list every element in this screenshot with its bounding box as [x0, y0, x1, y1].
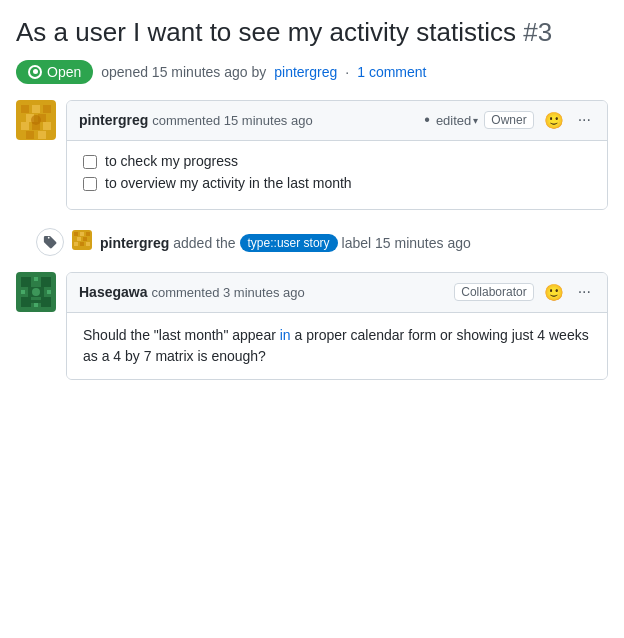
meta-separator: · [345, 64, 349, 80]
label-badge: type::user story [240, 234, 338, 252]
issue-number: #3 [523, 17, 552, 47]
owner-badge: Owner [484, 111, 533, 129]
more-button-2[interactable]: ··· [574, 282, 595, 302]
edited-label: edited [436, 113, 471, 128]
svg-rect-1 [21, 105, 29, 113]
comment-block-2: Hasegawa commented 3 minutes ago Collabo… [16, 272, 608, 380]
comment-header-right-1: • edited ▾ Owner 🙂 ··· [424, 109, 595, 132]
timeline-author: pintergreg [100, 235, 169, 251]
collaborator-badge: Collaborator [454, 283, 533, 301]
meta-text: opened 15 minutes ago by [101, 64, 266, 80]
svg-rect-32 [31, 300, 41, 303]
issue-title: As a user I want to see my activity stat… [16, 16, 608, 50]
comment-time-1: commented 15 minutes ago [152, 113, 312, 128]
comment-body-1: to check my progress to overview my acti… [67, 141, 607, 209]
label-tag-icon [36, 228, 64, 256]
more-button-1[interactable]: ··· [574, 110, 595, 130]
svg-rect-3 [43, 105, 51, 113]
comment-thread: pintergreg commented 15 minutes ago • ed… [16, 100, 608, 396]
issue-meta: Open opened 15 minutes ago by pintergreg… [16, 60, 608, 84]
comment-header-2: Hasegawa commented 3 minutes ago Collabo… [67, 273, 607, 313]
author-link[interactable]: pintergreg [274, 64, 337, 80]
svg-rect-22 [21, 277, 31, 287]
avatar-pintergreg-1 [16, 100, 56, 140]
status-label: Open [47, 64, 81, 80]
checkbox-1[interactable] [83, 155, 97, 169]
edited-button[interactable]: edited ▾ [436, 113, 478, 128]
svg-rect-2 [32, 105, 40, 113]
comment-text-2: Should the "last month" appear in a prop… [83, 325, 591, 367]
svg-rect-16 [77, 237, 81, 241]
comment-author-1: pintergreg [79, 112, 148, 128]
checkbox-item-2: to overview my activity in the last mont… [83, 175, 591, 191]
svg-rect-8 [43, 122, 51, 130]
emoji-button-2[interactable]: 🙂 [540, 281, 568, 304]
svg-rect-20 [86, 242, 90, 246]
comment-count-link[interactable]: 1 comment [357, 64, 426, 80]
comment-box-1: pintergreg commented 15 minutes ago • ed… [66, 100, 608, 210]
comment-author-2: Hasegawa [79, 284, 147, 300]
emoji-button-1[interactable]: 🙂 [540, 109, 568, 132]
svg-rect-27 [47, 290, 51, 294]
timeline-after-text: label 15 minutes ago [342, 235, 471, 251]
comment-body-2: Should the "last month" appear in a prop… [67, 313, 607, 379]
svg-point-31 [32, 288, 40, 296]
comment-header-left-1: pintergreg commented 15 minutes ago [79, 112, 313, 128]
open-icon [28, 65, 42, 79]
comment-header-1: pintergreg commented 15 minutes ago • ed… [67, 101, 607, 141]
svg-rect-18 [74, 242, 78, 246]
checkbox-2[interactable] [83, 177, 97, 191]
comment-header-left-2: Hasegawa commented 3 minutes ago [79, 284, 305, 300]
dot-separator: • [424, 111, 430, 129]
svg-rect-14 [80, 232, 84, 236]
svg-rect-17 [83, 237, 87, 241]
checkbox-label-1: to check my progress [105, 153, 238, 169]
open-badge: Open [16, 60, 93, 84]
avatar-hasegawa [16, 272, 56, 312]
timeline-text: pintergreg added the type::user story la… [100, 230, 471, 252]
svg-rect-30 [41, 297, 51, 307]
comment-header-right-2: Collaborator 🙂 ··· [454, 281, 595, 304]
checkbox-label-2: to overview my activity in the last mont… [105, 175, 352, 191]
svg-rect-25 [21, 290, 25, 294]
timeline-event: pintergreg added the type::user story la… [36, 230, 608, 256]
open-icon-inner [33, 69, 38, 74]
edited-caret-icon: ▾ [473, 115, 478, 126]
highlight-text: in [280, 327, 291, 343]
checkbox-item-1: to check my progress [83, 153, 591, 169]
comment-time-2: commented 3 minutes ago [151, 285, 304, 300]
timeline-action: added the [173, 235, 235, 251]
svg-rect-15 [86, 232, 90, 236]
svg-rect-28 [21, 297, 31, 307]
issue-title-text: As a user I want to see my activity stat… [16, 17, 516, 47]
svg-rect-24 [41, 277, 51, 287]
svg-rect-13 [74, 232, 78, 236]
svg-rect-19 [80, 242, 84, 246]
comment-block-1: pintergreg commented 15 minutes ago • ed… [16, 100, 608, 210]
svg-rect-29 [34, 303, 38, 307]
svg-rect-23 [34, 277, 38, 281]
comment-box-2: Hasegawa commented 3 minutes ago Collabo… [66, 272, 608, 380]
svg-rect-6 [21, 122, 29, 130]
svg-point-11 [31, 115, 41, 125]
timeline-avatar-pintergreg [72, 230, 92, 250]
svg-rect-9 [26, 131, 34, 139]
svg-rect-10 [38, 131, 46, 139]
